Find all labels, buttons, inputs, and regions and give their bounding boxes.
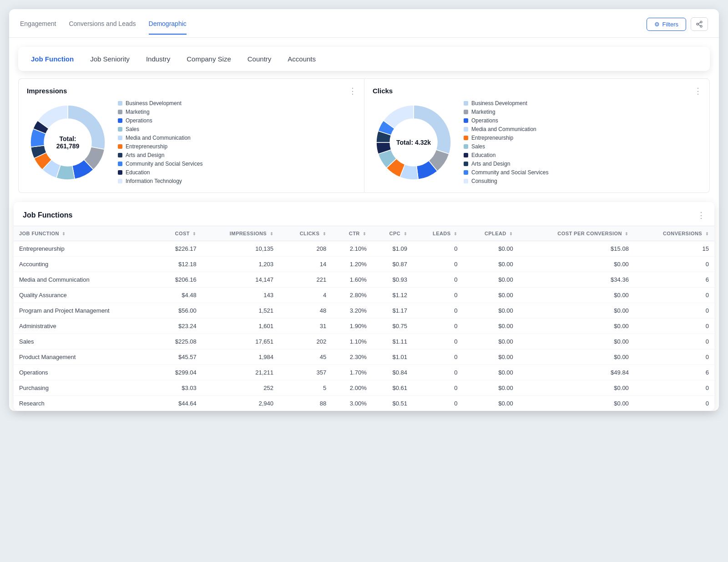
impressions-chart-title: Impressions xyxy=(27,87,356,95)
td-job-function: Research xyxy=(14,396,157,411)
table-title: Job Functions xyxy=(23,211,72,219)
legend-label: Arts and Design xyxy=(471,161,510,167)
td-leads: 0 xyxy=(413,303,463,319)
legend-label: Operations xyxy=(126,117,152,124)
td-clicks: 14 xyxy=(279,257,332,272)
sub-tab-job-function[interactable]: Job Function xyxy=(31,53,74,65)
legend-item: Community and Social Services xyxy=(118,161,356,167)
th-clicks[interactable]: CLICKS ⇕ xyxy=(279,226,332,241)
tab-demographic[interactable]: Demographic xyxy=(149,20,187,35)
th-leads[interactable]: LEADS ⇕ xyxy=(413,226,463,241)
td-conversions: 0 xyxy=(634,396,714,411)
sub-tab-country[interactable]: Country xyxy=(248,53,272,65)
td-conversions: 0 xyxy=(634,288,714,303)
table-menu-icon[interactable]: ⋮ xyxy=(697,210,705,220)
td-ctr: 3.00% xyxy=(332,396,372,411)
svg-point-1 xyxy=(697,23,698,25)
table-row: Research $44.64 2,940 88 3.00% $0.51 0 $… xyxy=(14,396,714,411)
legend-dot xyxy=(464,179,468,183)
td-cplead: $0.00 xyxy=(463,241,518,257)
td-cpc: $0.87 xyxy=(372,257,413,272)
td-ctr: 2.00% xyxy=(332,380,372,396)
legend-label: Marketing xyxy=(126,109,150,115)
legend-dot xyxy=(464,144,468,149)
sub-tab-industry[interactable]: Industry xyxy=(146,53,170,65)
td-leads: 0 xyxy=(413,334,463,349)
td-leads: 0 xyxy=(413,380,463,396)
svg-point-0 xyxy=(700,21,702,23)
td-clicks: 202 xyxy=(279,334,332,349)
table-row: Operations $299.04 21,211 357 1.70% $0.8… xyxy=(14,365,714,380)
legend-label: Operations xyxy=(471,117,498,124)
td-cplead: $0.00 xyxy=(463,334,518,349)
legend-label: Entrepreneurship xyxy=(126,143,167,150)
svg-point-2 xyxy=(700,25,702,27)
job-functions-table: JOB FUNCTION ⇕ COST ⇕ IMPRESSIONS ⇕ CLIC… xyxy=(14,226,714,411)
td-cost-per-conversion: $15.08 xyxy=(519,241,634,257)
sub-tab-job-seniority[interactable]: Job Seniority xyxy=(90,53,130,65)
impressions-legend: Business DevelopmentMarketingOperationsS… xyxy=(118,100,356,184)
legend-dot xyxy=(118,136,122,140)
sub-tab-accounts[interactable]: Accounts xyxy=(288,53,316,65)
td-cpc: $0.51 xyxy=(372,396,413,411)
td-cplead: $0.00 xyxy=(463,365,518,380)
td-ctr: 1.10% xyxy=(332,334,372,349)
td-ctr: 3.20% xyxy=(332,303,372,319)
filters-button[interactable]: ⚙ Filters xyxy=(647,18,686,31)
legend-item: Media and Communication xyxy=(464,126,701,132)
impressions-menu-icon[interactable]: ⋮ xyxy=(349,86,357,96)
td-conversions: 0 xyxy=(634,319,714,334)
legend-dot xyxy=(464,162,468,166)
clicks-chart-title: Clicks xyxy=(373,87,701,95)
legend-item: Information Technology xyxy=(118,178,356,184)
table-body: Entrepreneurship $226.17 10,135 208 2.10… xyxy=(14,241,714,411)
td-impressions: 14,147 xyxy=(202,272,279,288)
th-cpc[interactable]: CPC ⇕ xyxy=(372,226,413,241)
legend-label: Education xyxy=(126,169,150,176)
clicks-menu-icon[interactable]: ⋮ xyxy=(694,86,702,96)
tab-engagement[interactable]: Engagement xyxy=(20,20,56,35)
table-header: JOB FUNCTION ⇕ COST ⇕ IMPRESSIONS ⇕ CLIC… xyxy=(14,226,714,241)
legend-item: Business Development xyxy=(464,100,701,106)
td-job-function: Product Management xyxy=(14,349,157,365)
th-impressions[interactable]: IMPRESSIONS ⇕ xyxy=(202,226,279,241)
td-job-function: Sales xyxy=(14,334,157,349)
td-ctr: 1.60% xyxy=(332,272,372,288)
td-cost: $56.00 xyxy=(157,303,202,319)
td-impressions: 252 xyxy=(202,380,279,396)
table-row: Sales $225.08 17,651 202 1.10% $1.11 0 $… xyxy=(14,334,714,349)
th-cost[interactable]: COST ⇕ xyxy=(157,226,202,241)
td-job-function: Accounting xyxy=(14,257,157,272)
sub-tab-company-size[interactable]: Company Size xyxy=(187,53,231,65)
impressions-donut-svg xyxy=(27,101,109,183)
td-conversions: 0 xyxy=(634,380,714,396)
th-job-function[interactable]: JOB FUNCTION ⇕ xyxy=(14,226,157,241)
legend-dot xyxy=(464,127,468,132)
td-conversions: 6 xyxy=(634,365,714,380)
legend-label: Sales xyxy=(471,143,485,150)
legend-dot xyxy=(118,162,122,166)
share-button[interactable] xyxy=(691,17,708,31)
td-cost: $3.03 xyxy=(157,380,202,396)
legend-dot xyxy=(118,144,122,149)
td-impressions: 17,651 xyxy=(202,334,279,349)
td-cplead: $0.00 xyxy=(463,303,518,319)
td-cost-per-conversion: $0.00 xyxy=(519,319,634,334)
th-cost-per-conversion[interactable]: COST PER CONVERSION ⇕ xyxy=(519,226,634,241)
th-conversions[interactable]: CONVERSIONS ⇕ xyxy=(634,226,714,241)
td-clicks: 48 xyxy=(279,303,332,319)
legend-label: Marketing xyxy=(471,109,495,115)
th-cplead[interactable]: CPLead ⇕ xyxy=(463,226,518,241)
td-cpc: $1.09 xyxy=(372,241,413,257)
legend-item: Entrepreneurship xyxy=(118,143,356,150)
table-row: Quality Assurance $4.48 143 4 2.80% $1.1… xyxy=(14,288,714,303)
td-cost-per-conversion: $0.00 xyxy=(519,380,634,396)
tab-conversions[interactable]: Conversions and Leads xyxy=(69,20,136,35)
td-cost: $44.64 xyxy=(157,396,202,411)
legend-dot xyxy=(464,136,468,140)
td-ctr: 1.70% xyxy=(332,365,372,380)
td-impressions: 1,984 xyxy=(202,349,279,365)
td-ctr: 1.90% xyxy=(332,319,372,334)
table-row: Entrepreneurship $226.17 10,135 208 2.10… xyxy=(14,241,714,257)
th-ctr[interactable]: CTR ⇕ xyxy=(332,226,372,241)
